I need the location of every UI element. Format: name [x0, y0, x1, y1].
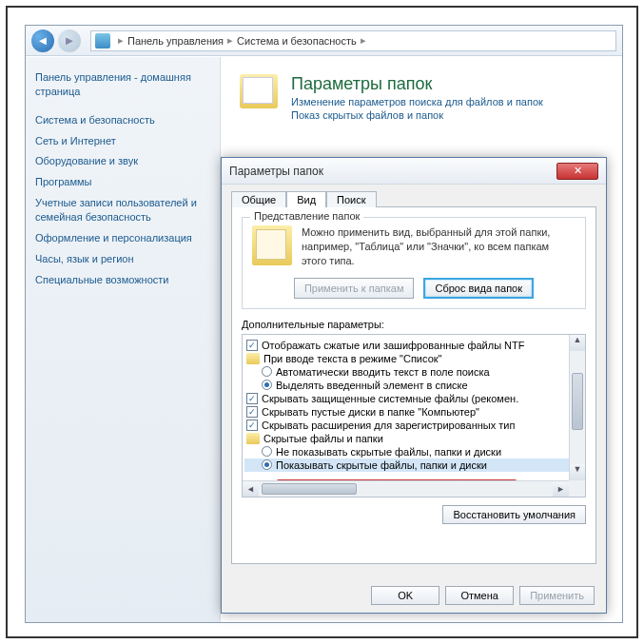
list-item[interactable]: Отображать сжатые или зашифрованные файл…	[244, 339, 583, 352]
folder-icon	[246, 433, 260, 444]
checkbox-icon[interactable]	[246, 420, 258, 431]
scroll-right-icon[interactable]: ►	[553, 481, 569, 497]
vertical-scrollbar[interactable]: ▲ ▼	[569, 335, 585, 480]
page-title[interactable]: Параметры папок	[291, 74, 543, 94]
scroll-thumb[interactable]	[262, 483, 357, 495]
radio-icon[interactable]	[262, 380, 272, 390]
sidebar-item-network[interactable]: Сеть и Интернет	[35, 134, 210, 148]
list-item[interactable]: Скрывать пустые диски в папке "Компьютер…	[244, 405, 583, 419]
checkbox-icon[interactable]	[246, 406, 258, 418]
cancel-button[interactable]: Отмена	[445, 586, 514, 605]
scroll-thumb[interactable]	[572, 373, 583, 430]
radio-icon[interactable]	[262, 446, 272, 457]
folder-icon	[246, 353, 260, 364]
crumb-system-security[interactable]: Система и безопасность	[237, 35, 357, 47]
sidebar-item-appearance[interactable]: Оформление и персонализация	[35, 231, 210, 245]
back-button[interactable]: ◄	[31, 29, 54, 52]
sidebar-home-link[interactable]: Панель управления - домашняя страница	[35, 70, 210, 100]
group-title: Представление папок	[250, 210, 363, 222]
tab-general[interactable]: Общие	[231, 191, 286, 207]
dialog-title: Параметры папок	[229, 165, 323, 178]
close-button[interactable]: ✕	[556, 163, 598, 180]
list-item[interactable]: Скрывать защищенные системные файлы (рек…	[244, 392, 583, 405]
list-item[interactable]: Скрытые файлы и папки	[244, 432, 583, 445]
navbar: ◄ ► ▸ Панель управления ▸ Система и безо…	[26, 26, 622, 56]
folder-views-group: Представление папок Можно применить вид,…	[242, 217, 586, 309]
checkbox-icon[interactable]	[246, 340, 258, 351]
radio-icon[interactable]	[262, 366, 272, 377]
restore-defaults-button[interactable]: Восстановить умолчания	[442, 505, 586, 524]
crumb-control-panel[interactable]: Панель управления	[127, 35, 224, 47]
advanced-label: Дополнительные параметры:	[242, 319, 586, 330]
scroll-left-icon[interactable]: ◄	[243, 481, 259, 497]
advanced-settings-list[interactable]: Отображать сжатые или зашифрованные файл…	[242, 334, 586, 498]
sidebar-item-clock[interactable]: Часы, язык и регион	[35, 252, 210, 266]
sidebar-item-system[interactable]: Система и безопасность	[35, 113, 210, 127]
sidebar-item-accessibility[interactable]: Специальные возможности	[35, 273, 210, 287]
list-item[interactable]: При вводе текста в режиме "Список"	[244, 352, 583, 365]
dialog-titlebar: Параметры папок ✕	[222, 158, 606, 185]
list-item[interactable]: Не показывать скрытые файлы, папки и дис…	[244, 445, 583, 459]
sidebar-item-hardware[interactable]: Оборудование и звук	[35, 154, 210, 168]
tab-view[interactable]: Вид	[286, 191, 326, 207]
control-panel-icon	[95, 33, 110, 49]
chevron-right-icon: ▸	[357, 34, 370, 47]
list-item[interactable]: Скрывать расширения для зарегистрированн…	[244, 419, 583, 432]
chevron-right-icon: ▸	[114, 34, 127, 47]
sidebar: Панель управления - домашняя страница Си…	[26, 57, 221, 622]
chevron-right-icon: ▸	[224, 34, 237, 47]
radio-icon[interactable]	[262, 459, 272, 470]
checkbox-icon[interactable]	[246, 393, 258, 404]
group-description: Можно применить вид, выбранный для этой …	[302, 225, 576, 268]
folder-options-icon	[240, 74, 278, 108]
folder-options-dialog: Параметры папок ✕ Общие Вид Поиск Предст…	[221, 157, 607, 614]
horizontal-scrollbar[interactable]: ◄ ►	[243, 480, 569, 497]
sidebar-item-accounts[interactable]: Учетные записи пользователей и семейная …	[35, 196, 210, 224]
scroll-up-icon[interactable]: ▲	[570, 335, 585, 351]
apply-button[interactable]: Применить	[519, 586, 595, 605]
ok-button[interactable]: OK	[371, 586, 439, 605]
sublink-search-params[interactable]: Изменение параметров поиска для файлов и…	[291, 96, 543, 107]
breadcrumb[interactable]: ▸ Панель управления ▸ Система и безопасн…	[90, 30, 616, 51]
tab-search[interactable]: Поиск	[326, 191, 376, 207]
tab-panel-view: Представление папок Можно применить вид,…	[231, 206, 596, 564]
scroll-corner	[569, 480, 585, 497]
forward-button[interactable]: ►	[58, 29, 81, 52]
list-item-show-hidden[interactable]: Показывать скрытые файлы, папки и диски	[244, 459, 583, 472]
sublink-show-hidden[interactable]: Показ скрытых файлов и папок	[291, 109, 543, 121]
scroll-down-icon[interactable]: ▼	[570, 464, 585, 480]
sidebar-item-programs[interactable]: Программы	[35, 175, 210, 189]
folder-views-icon	[252, 225, 292, 265]
apply-to-folders-button[interactable]: Применить к папкам	[294, 278, 415, 299]
list-item[interactable]: Автоматически вводить текст в поле поиск…	[244, 365, 583, 379]
list-item[interactable]: Выделять введенный элемент в списке	[244, 379, 583, 392]
reset-folders-button[interactable]: Сброс вида папок	[423, 278, 534, 299]
